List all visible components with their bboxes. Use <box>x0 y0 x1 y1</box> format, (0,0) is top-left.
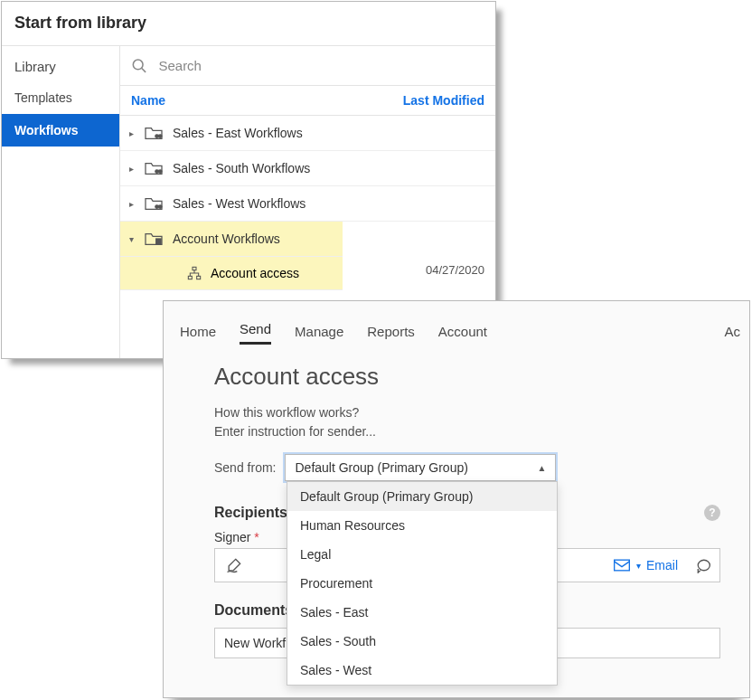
svg-rect-10 <box>188 276 192 279</box>
folder-group-icon <box>144 125 164 141</box>
dropdown-option[interactable]: Default Group (Primary Group) <box>287 482 557 511</box>
library-sidebar-heading: Library <box>2 46 119 81</box>
dropdown-option[interactable]: Legal <box>287 540 557 569</box>
search-input[interactable] <box>158 58 484 73</box>
svg-rect-11 <box>197 276 201 279</box>
recipients-heading: Recipients <box>214 505 287 521</box>
folder-label: Sales - East Workflows <box>173 126 303 140</box>
dropdown-option[interactable]: Sales - West <box>287 656 557 685</box>
col-modified[interactable]: Last Modified <box>403 93 484 108</box>
chevron-right-icon[interactable]: ▸ <box>127 164 135 174</box>
send-from-row: Send from: Default Group (Primary Group)… <box>214 454 720 481</box>
nav-right-truncated: Ac <box>724 324 740 339</box>
workflow-date: 04/27/2020 <box>426 263 484 277</box>
email-selector[interactable]: ▾ Email <box>604 558 687 572</box>
svg-rect-12 <box>615 560 630 571</box>
tab-account[interactable]: Account <box>438 324 487 345</box>
page-title: Account access <box>214 363 720 391</box>
workflow-item[interactable]: Account access <box>120 257 343 290</box>
svg-rect-9 <box>193 267 196 270</box>
folder-group-icon <box>144 195 164 212</box>
send-from-dropdown: Default Group (Primary Group) Human Reso… <box>287 481 558 686</box>
dropdown-option[interactable]: Human Resources <box>287 511 557 540</box>
tab-send[interactable]: Send <box>240 321 271 345</box>
chevron-right-icon[interactable]: ▸ <box>127 128 135 138</box>
sidebar-item-workflows[interactable]: Workflows <box>2 114 119 147</box>
chevron-down-icon: ▾ <box>636 561 641 571</box>
send-from-select[interactable]: Default Group (Primary Group) ▲ <box>285 454 556 481</box>
col-name[interactable]: Name <box>131 93 165 108</box>
tab-manage[interactable]: Manage <box>295 324 343 345</box>
folder-label: Sales - South Workflows <box>173 161 310 175</box>
send-panel: Home Send Manage Reports Account Ac Acco… <box>163 300 750 698</box>
folder-group-icon <box>144 160 164 176</box>
search-row <box>120 46 495 86</box>
columns-header: Name Last Modified <box>120 86 495 116</box>
folder-row[interactable]: ▸ Sales - South Workflows <box>120 151 495 186</box>
tab-home[interactable]: Home <box>180 324 216 345</box>
help-icon[interactable]: ? <box>704 505 720 521</box>
mail-icon <box>613 558 631 572</box>
dropdown-option[interactable]: Procurement <box>287 569 557 598</box>
dropdown-option[interactable]: Sales - East <box>287 598 557 627</box>
form-body: Account access How this workflow works? … <box>164 345 749 676</box>
subtitle-line: How this workflow works? <box>214 403 720 422</box>
library-title: Start from library <box>2 2 495 45</box>
pen-icon <box>215 556 253 574</box>
workflow-label: Account access <box>211 266 299 280</box>
svg-point-0 <box>133 60 143 70</box>
library-sidebar: Library Templates Workflows <box>2 46 119 358</box>
subtitle-line: Enter instruction for sender... <box>214 422 720 441</box>
sidebar-item-templates[interactable]: Templates <box>2 81 119 114</box>
svg-point-7 <box>158 205 162 209</box>
folder-label: Sales - West Workflows <box>173 196 306 211</box>
message-icon[interactable] <box>687 557 719 573</box>
folder-row[interactable]: ▸ Sales - West Workflows <box>120 186 495 222</box>
page-subtitle: How this workflow works? Enter instructi… <box>214 403 720 441</box>
send-from-value: Default Group (Primary Group) <box>295 460 467 475</box>
send-from-label: Send from: <box>214 460 276 475</box>
folder-building-icon <box>144 231 164 247</box>
email-label: Email <box>646 558 678 572</box>
dropdown-option[interactable]: Sales - South <box>287 627 557 656</box>
top-nav: Home Send Manage Reports Account Ac <box>164 301 749 345</box>
chevron-right-icon[interactable]: ▸ <box>127 199 135 209</box>
folder-label: Account Workflows <box>173 232 280 246</box>
svg-point-3 <box>158 135 162 138</box>
search-icon <box>131 57 147 75</box>
folder-row-selected[interactable]: ▾ Account Workflows <box>120 222 343 257</box>
svg-rect-8 <box>156 239 161 244</box>
tab-reports[interactable]: Reports <box>367 324 415 345</box>
hierarchy-icon <box>187 266 202 280</box>
signer-label-text: Signer <box>214 530 250 544</box>
required-marker: * <box>254 530 258 544</box>
svg-line-1 <box>142 68 146 72</box>
chevron-up-icon: ▲ <box>538 463 547 473</box>
folder-row[interactable]: ▸ Sales - East Workflows <box>120 116 495 151</box>
chevron-down-icon[interactable]: ▾ <box>127 234 135 244</box>
svg-point-5 <box>158 170 162 174</box>
folder-expanded-group: ▾ Account Workflows Account access <box>120 222 343 290</box>
